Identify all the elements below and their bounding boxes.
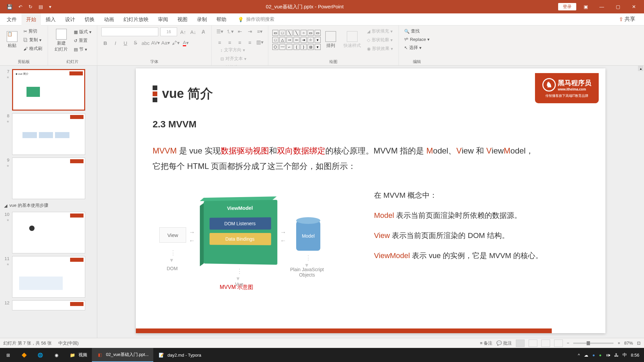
numbering-button[interactable]: ⒈▾ <box>226 27 234 36</box>
thumbnail-9[interactable]: 9★ <box>0 156 97 200</box>
thumbnail-12[interactable]: 12 <box>0 299 97 312</box>
zoom-slider[interactable] <box>573 343 613 344</box>
thumb-preview-8[interactable] <box>12 113 85 155</box>
columns-button[interactable]: ▥▾ <box>256 38 264 46</box>
start-button[interactable]: ⊞ <box>0 348 16 362</box>
highlight-button[interactable]: 🖍▾ <box>172 39 180 47</box>
align-text-button[interactable]: ⊟对齐文本▾ <box>219 55 264 62</box>
tab-transitions[interactable]: 切换 <box>80 13 99 25</box>
task-chrome[interactable]: ◉ <box>48 348 64 362</box>
bullets-button[interactable]: ☰▾ <box>216 27 224 36</box>
slideshow-view-button[interactable] <box>554 340 563 347</box>
tab-slideshow[interactable]: 幻灯片放映 <box>119 13 153 25</box>
start-slideshow-icon[interactable]: ▤ <box>39 4 43 9</box>
font-size-combo[interactable] <box>160 27 177 36</box>
tab-design[interactable]: 设计 <box>60 13 80 25</box>
redo-icon[interactable]: ↻ <box>29 4 33 9</box>
text-direction-button[interactable]: ↕文字方向▾ <box>219 46 264 54</box>
shape-arrow-r2[interactable]: ➔ <box>301 37 307 43</box>
paste-button[interactable]: 📋 粘贴 <box>4 30 20 50</box>
font-family-combo[interactable] <box>101 27 158 36</box>
zoom-level[interactable]: 87% <box>624 341 633 346</box>
format-painter-button[interactable]: 🖌格式刷 <box>22 45 44 52</box>
increase-font-icon[interactable]: A↑ <box>179 28 187 36</box>
underline-button[interactable]: U <box>121 39 129 47</box>
shadow-button[interactable]: abc <box>142 39 150 47</box>
shape-arrow-l[interactable]: ⇦ <box>293 37 300 43</box>
task-explorer[interactable]: 📁视频 <box>64 348 92 362</box>
new-slide-button[interactable]: 新建 幻灯片 <box>52 27 70 54</box>
cut-button[interactable]: ✂剪切 <box>22 27 44 35</box>
shape-expand[interactable]: ▾ <box>315 44 321 50</box>
decrease-indent-button[interactable]: ⇤ <box>236 27 244 36</box>
thumb-preview-7[interactable]: ■ vue 简介 <box>12 69 85 111</box>
arrange-button[interactable]: 排列 <box>323 30 339 50</box>
tab-home[interactable]: 开始 <box>21 13 41 25</box>
tell-me-search[interactable]: 💡 操作说明搜索 <box>238 16 274 22</box>
change-case-button[interactable]: Aa▾ <box>162 39 170 47</box>
shape-line2[interactable]: ╲ <box>293 30 300 36</box>
task-app-1[interactable]: 🔶 <box>16 348 32 362</box>
ribbon-display-icon[interactable]: ▣ <box>579 0 592 13</box>
thumb-preview-11[interactable] <box>12 256 85 298</box>
notes-button[interactable]: ≡ 备注 <box>480 340 492 346</box>
tab-view[interactable]: 视图 <box>173 13 192 25</box>
maximize-icon[interactable]: ▢ <box>611 0 625 13</box>
line-spacing-button[interactable]: ≡▾ <box>256 27 264 36</box>
char-spacing-button[interactable]: AV▾ <box>152 39 160 47</box>
slide[interactable]: ♞ 黑马程序员 www.itheima.com 传智播客旗下高端IT教育品牌 v… <box>136 68 605 333</box>
thumbnail-10[interactable]: 10★ <box>0 210 97 255</box>
reading-view-button[interactable] <box>541 340 550 347</box>
tab-file[interactable]: 文件 <box>2 13 21 25</box>
bold-button[interactable]: B <box>101 39 109 47</box>
normal-view-button[interactable] <box>516 340 525 347</box>
shape-brace-r[interactable]: } <box>301 44 307 50</box>
tray-volume-icon[interactable]: 🕪 <box>606 353 610 358</box>
thumbnail-panel[interactable]: 7★ ■ vue 简介 8★ 9★ ◢ vue 的基本使用步骤 10★ <box>0 66 97 338</box>
section-button[interactable]: ▤节▾ <box>72 46 93 53</box>
thumb-preview-9[interactable] <box>12 158 85 199</box>
select-button[interactable]: ↖选择▾ <box>403 44 431 51</box>
tray-onedrive-icon[interactable]: ☁ <box>584 353 588 358</box>
shape-fill-button[interactable]: ◢形状填充▾ <box>366 27 394 35</box>
thumb-preview-12[interactable] <box>12 300 85 310</box>
thumb-preview-10[interactable] <box>12 212 85 253</box>
section-header[interactable]: ◢ vue 的基本使用步骤 <box>0 200 97 210</box>
thumbnail-8[interactable]: 8★ <box>0 112 97 156</box>
justify-button[interactable]: ≡ <box>246 38 254 46</box>
comments-button[interactable]: 💬 批注 <box>496 340 512 346</box>
thumbnail-11[interactable]: 11★ <box>0 255 97 299</box>
login-button[interactable]: 登录 <box>558 3 576 10</box>
tab-review[interactable]: 审阅 <box>153 13 173 25</box>
zoom-out-button[interactable]: − <box>567 341 570 346</box>
shape-more[interactable]: ▾ <box>315 37 321 43</box>
tab-help[interactable]: 帮助 <box>212 13 231 25</box>
tab-record[interactable]: 录制 <box>192 13 212 25</box>
shape-line[interactable]: ╲ <box>286 30 292 36</box>
layout-button[interactable]: ▦版式▾ <box>72 28 93 36</box>
tray-chevron-icon[interactable]: ^ <box>578 353 580 358</box>
shape-connector[interactable]: ⌐ <box>286 44 292 50</box>
clear-formatting-icon[interactable]: A̷ <box>199 28 207 36</box>
shape-effects-button[interactable]: ◉形状效果▾ <box>366 45 394 52</box>
align-left-button[interactable]: ≡ <box>216 38 224 46</box>
scroll-up-icon[interactable]: ▴ <box>638 66 643 71</box>
shape-rect2[interactable]: ▭ <box>308 30 314 36</box>
zoom-thumb[interactable] <box>587 341 590 345</box>
vertical-scrollbar[interactable]: ▴ <box>638 66 643 338</box>
task-powerpoint[interactable]: ◧02_vue基础入门.ppt... <box>92 348 153 362</box>
shapes-gallery[interactable]: ▭ □ ╲ ╲ ○ ▭ ▭ □ △ ⇨ ⇦ ➔ ☆ ▾ ⬡ 〰 ⌐ { } ⊟ <box>272 30 321 50</box>
sorter-view-button[interactable] <box>529 340 537 347</box>
undo-icon[interactable]: ↶ <box>18 4 22 9</box>
tab-insert[interactable]: 插入 <box>41 13 60 25</box>
increase-indent-button[interactable]: ⇥ <box>246 27 254 36</box>
tray-ime-button[interactable]: 中 <box>623 352 627 358</box>
task-typora[interactable]: 📝day2.md - Typora <box>153 348 206 362</box>
tray-bluetooth-icon[interactable]: ● <box>592 353 595 358</box>
share-button[interactable]: ⇪ 共享 <box>612 16 642 23</box>
quick-styles-button[interactable]: 快速样式 <box>341 30 364 50</box>
shape-hex[interactable]: ⬡ <box>272 44 278 50</box>
replace-button[interactable]: ᵃ⁄ᵇReplace▾ <box>403 36 431 43</box>
copy-button[interactable]: ⿻复制▾ <box>22 36 44 44</box>
shape-rect4[interactable]: □ <box>272 37 278 43</box>
